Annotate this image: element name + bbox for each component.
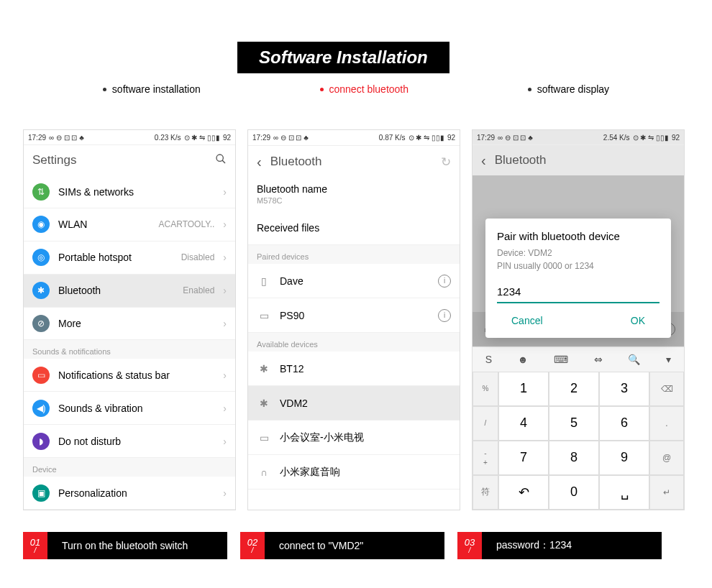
- phone-icon: ▯: [257, 275, 271, 287]
- paired-header: Paired devices: [248, 245, 460, 264]
- device-xiaomi-audio[interactable]: ∩小米家庭音响: [248, 455, 460, 490]
- info-icon[interactable]: i: [438, 309, 451, 322]
- row-bluetooth[interactable]: ✱BluetoothEnabled›: [24, 275, 235, 308]
- refresh-icon[interactable]: ↻: [441, 155, 451, 170]
- key-slash[interactable]: /: [473, 406, 498, 441]
- pin-input[interactable]: [497, 281, 659, 303]
- section-device: Device: [24, 458, 235, 477]
- key-0[interactable]: 0: [549, 475, 599, 510]
- received-files-row[interactable]: Received files: [248, 211, 460, 245]
- device-bt12[interactable]: ✱BT12: [248, 352, 460, 386]
- row-sims[interactable]: ⇅SIMs & networks›: [24, 175, 235, 208]
- tab-bluetooth[interactable]: connect bluetooth: [320, 83, 409, 95]
- status-bar: 17:29∞ ⊖ ⊡ ⊡ ♣ 0.23 K/s⊙ ✱ ⇋ ▯▯▮92: [24, 130, 235, 145]
- available-header: Available devices: [248, 333, 460, 352]
- back-icon[interactable]: ‹: [257, 154, 262, 170]
- device-dave[interactable]: ▯Davei: [248, 264, 460, 298]
- kb-logo-icon[interactable]: S: [485, 354, 492, 365]
- key-4[interactable]: 4: [498, 406, 549, 441]
- instruction-steps: 01/ Turn on the bluetooth switch 02/ con…: [23, 532, 662, 559]
- phone-settings: 17:29∞ ⊖ ⊡ ⊡ ♣ 0.23 K/s⊙ ✱ ⇋ ▯▯▮92 Setti…: [23, 129, 236, 510]
- key-plusminus[interactable]: -+: [473, 441, 498, 475]
- bluetooth-header: ‹ Bluetooth: [473, 145, 684, 175]
- search-icon[interactable]: [215, 153, 227, 168]
- key-7[interactable]: 7: [498, 441, 549, 475]
- info-icon[interactable]: i: [438, 275, 451, 288]
- key-5[interactable]: 5: [549, 406, 599, 441]
- headphones-icon: ∩: [257, 467, 271, 478]
- svg-point-0: [216, 155, 223, 161]
- settings-header: Settings: [24, 145, 235, 175]
- key-1[interactable]: 1: [498, 372, 549, 406]
- back-icon[interactable]: ‹: [481, 152, 486, 169]
- key-undo[interactable]: ↶: [498, 475, 549, 510]
- section-sounds: Sounds & notifications: [24, 340, 235, 359]
- key-2[interactable]: 2: [549, 372, 599, 406]
- key-6[interactable]: 6: [599, 406, 649, 441]
- bt-name-row[interactable]: Bluetooth name M578C: [248, 178, 460, 211]
- dialog-title: Pair with bluetooth device: [497, 230, 659, 242]
- bluetooth-header: ‹ Bluetooth ↻: [248, 146, 460, 178]
- row-notifications[interactable]: ▭Notifications & status bar›: [24, 359, 235, 392]
- tab-bar: software installation connect bluetooth …: [0, 83, 712, 95]
- row-wlan[interactable]: ◉WLANACARTOOLY..›: [24, 208, 235, 242]
- key-space[interactable]: ␣: [599, 475, 649, 510]
- dialog-device: Device: VDM2: [497, 248, 659, 258]
- svg-line-1: [222, 160, 225, 163]
- phone-pair-dialog: 17:29∞ ⊖ ⊡ ⊡ ♣ 2.54 K/s⊙ ✱ ⇋ ▯▯▮92 ‹ Blu…: [472, 129, 685, 510]
- row-hotspot[interactable]: ◎Portable hotspotDisabled›: [24, 242, 235, 275]
- key-3[interactable]: 3: [599, 372, 649, 406]
- laptop-icon: ▭: [257, 432, 271, 444]
- step-1: 01/ Turn on the bluetooth switch: [23, 532, 227, 559]
- tab-display[interactable]: software display: [528, 83, 609, 95]
- key-8[interactable]: 8: [549, 441, 599, 475]
- kb-search-icon[interactable]: 🔍: [628, 354, 640, 365]
- laptop-icon: ▭: [257, 310, 271, 321]
- step-3: 03/ password：1234: [457, 532, 662, 559]
- tab-install[interactable]: software installation: [103, 83, 201, 95]
- key-at[interactable]: @: [649, 441, 684, 475]
- key-percent[interactable]: %: [473, 372, 498, 406]
- bluetooth-icon: ✱: [257, 363, 271, 375]
- numeric-keyboard: % 1 2 3 ⌫ / 4 5 6 . -+ 7 8 9 @ 符 ↶ 0 ␣ ↵: [473, 372, 684, 510]
- key-backspace[interactable]: ⌫: [649, 372, 684, 406]
- dialog-hint: PIN usually 0000 or 1234: [497, 261, 659, 271]
- key-9[interactable]: 9: [599, 441, 649, 475]
- kb-dropdown-icon[interactable]: ▾: [666, 354, 671, 365]
- keyboard-toolbar: S ☻ ⌨ ⇔ 🔍 ▾: [473, 346, 684, 372]
- key-enter[interactable]: ↵: [649, 475, 684, 510]
- key-dot[interactable]: .: [649, 406, 684, 441]
- step-2: 02/ connect to "VMD2": [240, 532, 444, 559]
- device-vdm2[interactable]: ✱VDM2: [248, 386, 460, 421]
- device-xiaomi-tv[interactable]: ▭小会议室-小米电视: [248, 421, 460, 455]
- bluetooth-icon: ✱: [257, 398, 271, 409]
- phone-bluetooth: 17:29∞ ⊖ ⊡ ⊡ ♣ 0.87 K/s⊙ ✱ ⇋ ▯▯▮92 ‹ Blu…: [247, 129, 460, 510]
- key-symbols[interactable]: 符: [473, 475, 498, 510]
- kb-move-icon[interactable]: ⇔: [594, 354, 603, 365]
- row-sounds[interactable]: ◀)Sounds & vibration›: [24, 392, 235, 425]
- row-more[interactable]: ⊘More›: [24, 308, 235, 341]
- row-dnd[interactable]: ◗Do not disturb›: [24, 425, 235, 458]
- ok-button[interactable]: OK: [631, 315, 645, 326]
- cancel-button[interactable]: Cancel: [511, 315, 543, 326]
- status-bar: 17:29∞ ⊖ ⊡ ⊡ ♣ 2.54 K/s⊙ ✱ ⇋ ▯▯▮92: [473, 130, 684, 145]
- page-title: Software Installation: [237, 42, 449, 73]
- device-ps90[interactable]: ▭PS90i: [248, 298, 460, 333]
- kb-emoji-icon[interactable]: ☻: [518, 354, 529, 365]
- status-bar: 17:29∞ ⊖ ⊡ ⊡ ♣ 0.87 K/s⊙ ✱ ⇋ ▯▯▮92: [248, 130, 460, 146]
- kb-keyboard-icon[interactable]: ⌨: [554, 354, 568, 365]
- row-personalization[interactable]: ▣Personalization›: [24, 477, 235, 510]
- pair-dialog: Pair with bluetooth device Device: VDM2 …: [485, 219, 671, 338]
